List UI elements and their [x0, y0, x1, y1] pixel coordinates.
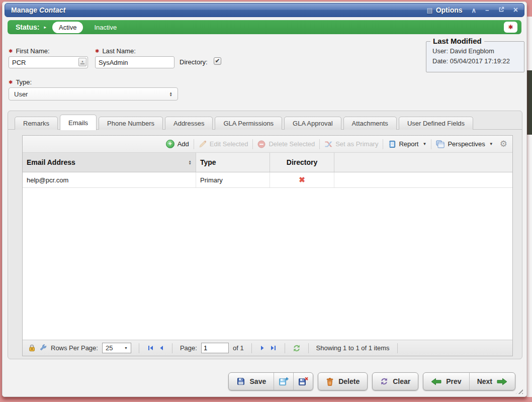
toolbar-divider — [194, 139, 194, 149]
cell-directory: ✖ — [270, 172, 334, 187]
save-and-close-icon — [298, 377, 308, 386]
next-page-button[interactable] — [259, 345, 266, 351]
tab-gla-approval[interactable]: GLA Approval — [284, 117, 341, 130]
next-button[interactable]: Next — [469, 373, 515, 390]
required-fields-button[interactable]: ✱ — [504, 22, 517, 33]
page-label: Page: — [180, 344, 197, 352]
type-select[interactable]: User ▲ ▼ — [9, 87, 178, 100]
last-modified-title: Last Modified — [430, 37, 484, 45]
lookup-icon[interactable]: ▲ — [78, 58, 86, 66]
clear-button[interactable]: Clear — [373, 373, 418, 390]
tab-attachments[interactable]: Attachments — [343, 117, 397, 130]
gear-icon[interactable]: ⚙ — [500, 140, 507, 148]
last-name-input[interactable] — [95, 56, 174, 68]
arrow-right-icon — [497, 378, 507, 385]
last-name-label: ✱ Last Name: — [95, 47, 136, 55]
minimize-icon[interactable]: − — [485, 7, 489, 14]
dialog-titlebar[interactable]: Manage Contact ▤ Options ∧ − × — [5, 3, 524, 17]
popout-icon[interactable] — [498, 7, 504, 14]
popout-icon-glyph — [498, 7, 504, 13]
trash-icon — [326, 377, 334, 386]
cell-email: help@pcr.com — [23, 172, 196, 187]
last-modified-user: User: David Engblom — [432, 47, 524, 55]
perspectives-icon — [436, 140, 445, 148]
status-option-active[interactable]: Active — [52, 22, 83, 33]
last-page-icon — [270, 345, 277, 351]
save-button[interactable]: Save — [229, 373, 274, 390]
table-row[interactable]: help@pcr.com Primary ✖ — [23, 172, 512, 188]
showing-items-label: Showing 1 to 1 of 1 items — [316, 344, 390, 352]
first-name-input[interactable] — [9, 56, 88, 68]
action-bar: Save — [228, 372, 515, 390]
clear-button-group: Clear — [372, 372, 418, 390]
background-page-image — [526, 70, 532, 135]
wrench-icon[interactable] — [39, 344, 47, 352]
refresh-button[interactable] — [293, 344, 301, 352]
lookup-arrow-icon: ▲ — [81, 60, 84, 63]
close-icon[interactable]: × — [513, 6, 518, 14]
save-icon — [236, 377, 245, 386]
type-select-value: User — [14, 90, 28, 98]
pencil-icon — [199, 140, 207, 148]
status-label: Status: — [16, 23, 39, 31]
add-plus-icon: + — [166, 140, 174, 148]
column-header-directory[interactable]: Directory — [270, 153, 334, 172]
delete-selected-button[interactable]: Delete Selected — [257, 140, 315, 148]
lock-icon[interactable] — [29, 344, 35, 352]
directory-label: Directory: — [180, 58, 208, 66]
prev-button[interactable]: Prev — [423, 373, 469, 390]
save-button-group: Save — [228, 372, 314, 390]
edit-selected-button[interactable]: Edit Selected — [199, 140, 248, 148]
delete-button[interactable]: Delete — [318, 373, 367, 390]
chevron-down-icon: ▼ — [422, 142, 426, 146]
last-page-button[interactable] — [270, 345, 277, 351]
manage-contact-dialog: Manage Contact ▤ Options ∧ − × — [2, 2, 527, 397]
tab-gla-permissions[interactable]: GLA Permissions — [215, 117, 282, 130]
dialog-title-entity: Contact — [39, 6, 65, 14]
select-spinner-icon: ▲ ▼ — [169, 91, 172, 96]
save-and-new-button[interactable] — [274, 373, 293, 390]
directory-checkbox[interactable]: ✔ — [214, 57, 221, 65]
rows-per-page-select[interactable]: 25 ▼ — [102, 343, 131, 353]
sort-icon[interactable]: ▲ ▼ — [189, 160, 192, 165]
set-as-primary-button[interactable]: Set as Primary — [324, 140, 378, 148]
first-page-button[interactable] — [147, 345, 154, 351]
last-modified-fieldset: Last Modified User: David Engblom Date: … — [426, 41, 524, 72]
type-label: ✱ Type: — [9, 78, 32, 86]
footer-divider — [139, 343, 139, 353]
grid-toolbar: + Add Edit Selected — [23, 136, 512, 153]
grid-header: Email Address ▲ ▼ Type Directory — [23, 153, 512, 172]
footer-divider — [285, 343, 285, 353]
add-button[interactable]: + Add — [166, 140, 189, 148]
options-menu-button[interactable]: ▤ Options — [426, 6, 462, 14]
minus-circle-icon — [257, 140, 265, 148]
footer-divider — [172, 343, 172, 353]
resize-handle[interactable] — [516, 388, 523, 394]
page-number-input[interactable] — [201, 343, 229, 353]
column-header-email-address[interactable]: Email Address ▲ ▼ — [23, 153, 196, 172]
tab-addresses[interactable]: Addresses — [165, 117, 213, 130]
collapse-icon[interactable]: ∧ — [472, 7, 477, 14]
prev-page-icon — [158, 345, 164, 351]
emails-grid: + Add Edit Selected — [22, 135, 513, 356]
perspectives-button[interactable]: Perspectives ▼ — [436, 140, 493, 148]
status-option-inactive[interactable]: Inactive — [94, 24, 117, 31]
column-header-type[interactable]: Type — [196, 153, 270, 172]
tab-emails[interactable]: Emails — [60, 115, 97, 130]
report-button[interactable]: Report ▼ — [388, 140, 426, 148]
save-and-close-button[interactable] — [293, 373, 313, 390]
check-icon: ✔ — [215, 57, 220, 64]
delete-button-group: Delete — [318, 372, 368, 390]
cell-filler — [334, 172, 512, 187]
tab-user-defined-fields[interactable]: User Defined Fields — [399, 117, 473, 130]
status-bar: Status: ▸ Active Inactive ✱ — [8, 20, 521, 34]
first-page-icon — [147, 345, 154, 351]
desktop-background: Manage Contact ▤ Options ∧ − × — [0, 0, 532, 402]
column-header-filler — [334, 153, 512, 172]
tab-phone-numbers[interactable]: Phone Numbers — [99, 117, 163, 130]
prev-page-button[interactable] — [158, 345, 164, 351]
first-name-field-wrap: ▲ — [9, 56, 88, 68]
tab-remarks[interactable]: Remarks — [15, 117, 58, 130]
dialog-title-prefix: Manage — [11, 6, 37, 14]
prev-next-button-group: Prev Next — [423, 372, 515, 390]
